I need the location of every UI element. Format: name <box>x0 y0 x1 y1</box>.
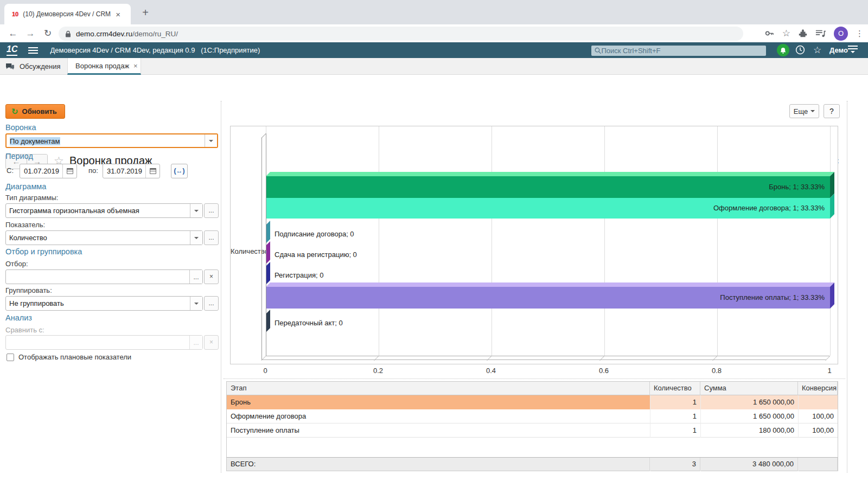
checkbox-label: Отображать плановые показатели <box>18 353 131 361</box>
compare-choose-button: ... <box>189 336 202 349</box>
notifications-bell-icon[interactable] <box>777 44 789 56</box>
panel-splitter[interactable] <box>221 101 221 473</box>
history-clock-icon[interactable] <box>795 45 805 55</box>
funnel-bar-zero[interactable] <box>266 241 270 264</box>
indicator-select[interactable]: Количество <box>5 230 203 245</box>
plan-indicators-option[interactable]: Отображать плановые показатели <box>7 353 131 361</box>
service-menu-icon[interactable] <box>848 46 858 53</box>
dropdown-arrow-icon[interactable] <box>190 297 202 310</box>
tab-discussions-label: Обсуждения <box>20 62 61 70</box>
chart-axis-front <box>261 138 262 360</box>
date-to-label: по: <box>88 166 98 175</box>
funnel-chart: Количество Бронь; 1; 33.33%Оформление до… <box>230 126 838 364</box>
conversion-cell: 100,00 <box>798 409 838 423</box>
user-menu[interactable]: Демо <box>829 46 848 54</box>
chart-x-axis: 00.20.40.60.81 <box>230 367 838 375</box>
qty-cell: 1 <box>650 423 700 438</box>
more-button[interactable]: Еще <box>789 104 819 118</box>
date-to-input[interactable] <box>103 164 145 178</box>
x-tick-label: 0 <box>263 367 267 375</box>
table-row[interactable]: Поступление оплаты1180 000,00100,00 <box>227 423 838 438</box>
bar-side-face <box>830 194 834 219</box>
funnel-bar-zero[interactable] <box>266 262 270 285</box>
extensions-puzzle-icon[interactable] <box>798 29 808 38</box>
filter-choose-button[interactable]: ... <box>189 270 202 284</box>
funnel-section-heading: Воронка <box>5 123 36 132</box>
funnel-bar-zero[interactable] <box>266 310 270 332</box>
funnel-select[interactable]: По документам <box>5 133 218 148</box>
table-row[interactable]: Бронь11 650 000,00 <box>227 395 838 409</box>
key-icon[interactable] <box>764 28 775 38</box>
tab-close-icon[interactable]: × <box>133 62 138 70</box>
tab-sales-funnel[interactable]: Воронка продаж × <box>67 58 141 75</box>
bookmark-star-icon[interactable]: ☆ <box>782 28 790 39</box>
search-input[interactable] <box>601 47 763 55</box>
total-sum: 3 480 000,00 <box>700 458 798 471</box>
sum-cell: 1 650 000,00 <box>700 395 798 409</box>
page-title-row: ← → ☆ Воронка продаж ⋮ × <box>0 75 868 99</box>
group-choose-button[interactable]: ... <box>204 296 219 311</box>
browser-tab[interactable]: 10 (10) Демоверсия 4Dev / CRM × <box>4 4 131 24</box>
table-row[interactable]: Оформление договора11 650 000,00100,00 <box>227 409 838 423</box>
tab-sales-funnel-label: Воронка продаж <box>75 62 129 70</box>
right-splitter[interactable] <box>847 101 847 473</box>
total-conversion <box>798 458 838 471</box>
chart-type-label: Тип диаграммы: <box>5 194 58 202</box>
group-select[interactable]: Не группировать <box>5 296 203 311</box>
new-tab-button[interactable]: + <box>138 5 153 21</box>
stage-cell: Поступление оплаты <box>227 423 650 438</box>
bar-top-face <box>266 172 834 176</box>
checkbox[interactable] <box>7 354 14 361</box>
calendar-icon[interactable] <box>62 164 76 178</box>
address-bar[interactable]: demo.crm4dev.ru/demo/ru_RU/ <box>59 27 743 41</box>
column-header: Сумма <box>700 382 798 395</box>
help-button[interactable]: ? <box>824 104 840 118</box>
gridline <box>717 126 718 356</box>
date-from-field[interactable] <box>20 164 77 178</box>
date-to-field[interactable] <box>103 164 160 178</box>
compare-field: ... <box>5 335 203 350</box>
tab-discussions[interactable]: Обсуждения <box>5 58 61 75</box>
bar-label: Подписание договора; 0 <box>275 225 354 243</box>
forward-icon[interactable]: → <box>22 28 39 39</box>
global-search[interactable] <box>591 46 766 56</box>
favorites-star-icon[interactable]: ☆ <box>813 44 821 56</box>
playlist-icon[interactable] <box>815 29 826 38</box>
qty-cell: 1 <box>650 395 700 409</box>
chart-type-choose-button[interactable]: ... <box>204 203 219 218</box>
date-from-input[interactable] <box>20 164 62 178</box>
filter-field[interactable]: ... <box>5 269 203 284</box>
chart-type-select[interactable]: Гистограмма горизонтальная объемная <box>5 203 203 218</box>
funnel-table: ЭтапКоличествоСуммаКонверсия Бронь11 650… <box>226 381 838 471</box>
avatar[interactable]: O <box>834 27 848 41</box>
dropdown-arrow-icon[interactable] <box>190 231 202 245</box>
browser-menu-icon[interactable]: ⋮ <box>856 29 864 38</box>
chart-floor <box>261 356 830 360</box>
indicator-choose-button[interactable]: ... <box>204 230 219 245</box>
floor-tick <box>374 356 379 361</box>
indicator-value: Количество <box>6 231 190 245</box>
calendar-icon[interactable] <box>145 164 159 178</box>
date-from-label: С: <box>7 166 14 175</box>
chart-table-splitter[interactable] <box>224 378 845 379</box>
dropdown-arrow-icon[interactable] <box>190 204 202 217</box>
column-header: Этап <box>227 382 650 395</box>
main-menu-icon[interactable] <box>28 47 38 54</box>
gridline <box>492 126 492 356</box>
stage-cell: Оформление договора <box>227 409 650 423</box>
back-icon[interactable]: ← <box>4 28 22 39</box>
url-path: /demo/ru_RU/ <box>132 30 178 38</box>
total-qty: 3 <box>650 458 700 471</box>
dropdown-arrow-icon[interactable] <box>205 134 217 147</box>
bar-label: Сдача на регистрацию; 0 <box>275 246 357 264</box>
table-header: ЭтапКоличествоСуммаКонверсия <box>227 382 838 395</box>
funnel-bar-zero[interactable] <box>266 221 270 243</box>
chat-icon <box>5 63 15 70</box>
column-header: Количество <box>650 382 700 395</box>
table-body: Бронь11 650 000,00Оформление договора11 … <box>227 395 838 438</box>
period-picker-button[interactable]: (↔) <box>171 164 188 178</box>
refresh-button[interactable]: ↻ Обновить <box>5 104 65 119</box>
filter-clear-button[interactable]: × <box>204 269 219 284</box>
refresh-icon[interactable]: ↻ <box>39 28 56 39</box>
tab-close-icon[interactable]: × <box>116 10 120 19</box>
